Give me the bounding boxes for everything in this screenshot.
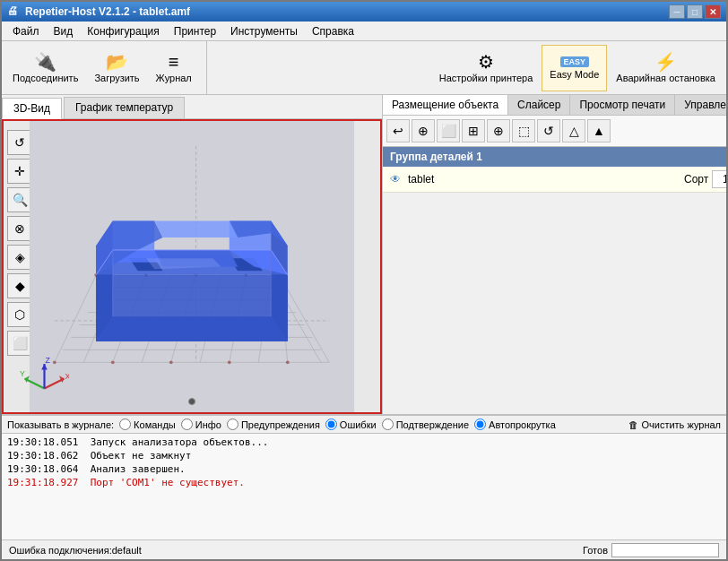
main-content: 3D-Вид График температур ↺ ✛ 🔍 ⊗ ◈ ◆ ⬡ ⬜ — [2, 95, 726, 414]
status-left: Ошибка подключения:default — [9, 545, 142, 556]
emergency-stop-button[interactable]: ⚡ Аварийная остановка — [609, 45, 723, 91]
svg-point-25 — [111, 360, 115, 364]
commands-radio[interactable] — [119, 419, 131, 430]
minimize-button[interactable]: ─ — [669, 4, 685, 19]
svg-text:X: X — [65, 372, 69, 381]
log-label: Журнал — [156, 73, 192, 83]
add-object-btn[interactable]: ⊕ — [412, 119, 435, 142]
status-right: Готов — [583, 543, 719, 557]
log-line-error: 19:31:18.927 Порт 'COM1' не существует. — [5, 476, 723, 489]
log-line: 19:30:18.062 Объект не замкнут — [5, 449, 723, 462]
svg-point-27 — [228, 360, 231, 364]
printer-settings-button[interactable]: ⚙ Настройки принтера — [432, 45, 541, 91]
log-icon: ≡ — [169, 53, 179, 71]
filter-autoscroll[interactable]: Автопрокрутка — [474, 419, 556, 430]
warnings-radio[interactable] — [227, 419, 238, 430]
tab-control[interactable]: Управление — [675, 95, 726, 115]
easy-mode-label: Easy Mode — [550, 69, 599, 80]
object-count-input[interactable] — [712, 170, 726, 188]
menu-config[interactable]: Конфигурация — [80, 23, 167, 39]
axes-indicator: X Y Z — [20, 354, 69, 403]
left-tabs: 3D-Вид График температур — [2, 95, 382, 119]
right-panel: Размещение объекта Слайсер Просмотр печа… — [383, 95, 726, 414]
emergency-icon: ⚡ — [654, 53, 677, 71]
menu-bar: Файл Вид Конфигурация Принтер Инструмент… — [2, 22, 726, 41]
filter-warnings[interactable]: Предупреждения — [227, 419, 320, 430]
clear-log-button[interactable]: 🗑 Очистить журнал — [628, 419, 721, 430]
filter-info[interactable]: Инфо — [181, 419, 221, 430]
log-content: 19:30:18.051 Запуск анализатора объектов… — [2, 434, 726, 539]
tab-3d-view[interactable]: 3D-Вид — [2, 98, 62, 119]
tab-print-preview[interactable]: Просмотр печати — [570, 95, 675, 115]
info-radio[interactable] — [181, 419, 193, 430]
window-controls: ─ □ ✕ — [669, 4, 721, 19]
3d-viewport[interactable]: ↺ ✛ 🔍 ⊗ ◈ ◆ ⬡ ⬜ — [2, 119, 382, 414]
scale-btn[interactable]: ▲ — [587, 119, 611, 142]
printer-settings-label: Настройки принтера — [439, 73, 533, 83]
filter-confirm[interactable]: Подтверждение — [382, 419, 469, 430]
connect-icon: 🔌 — [34, 53, 56, 71]
object-controls: Сорт 1 ⚙ 🗑 — [684, 170, 726, 188]
menu-file[interactable]: Файл — [5, 23, 47, 39]
load-icon: 📂 — [106, 53, 128, 71]
svg-point-26 — [169, 360, 173, 364]
connect-label: Подсоединить — [13, 73, 78, 83]
group-btn[interactable]: ⬜ — [437, 119, 460, 142]
filter-commands[interactable]: Команды — [119, 419, 176, 430]
close-button[interactable]: ✕ — [705, 4, 721, 19]
svg-text:Y: Y — [20, 369, 25, 378]
right-tabs: Размещение объекта Слайсер Просмотр печа… — [383, 95, 726, 116]
window-title: Repetier-Host V2.1.2 - tablet.amf — [25, 5, 669, 18]
log-time: 19:30:18.051 — [7, 436, 78, 448]
cut-btn[interactable]: ⬚ — [512, 119, 535, 142]
tab-temperature[interactable]: График температур — [64, 97, 185, 118]
toolbar-right: ⚙ Настройки принтера EASY Easy Mode ⚡ Ав… — [432, 45, 723, 91]
settings-icon: ⚙ — [478, 53, 494, 71]
menu-printer[interactable]: Принтер — [167, 23, 223, 39]
center-indicator — [188, 398, 195, 405]
log-button[interactable]: ≡ Журнал — [149, 45, 199, 91]
easy-mode-button[interactable]: EASY Easy Mode — [542, 45, 607, 91]
easy-badge: EASY — [560, 56, 590, 67]
filter-label: Показывать в журнале: — [7, 419, 114, 430]
progress-bar — [611, 543, 719, 557]
emergency-label: Аварийная остановка — [616, 73, 715, 83]
load-button[interactable]: 📂 Загрузить — [87, 45, 146, 91]
tab-slicer[interactable]: Слайсер — [508, 95, 570, 115]
log-time: 19:31:18.927 — [7, 477, 78, 488]
log-filter-bar: Показывать в журнале: Команды Инфо Преду… — [2, 416, 726, 434]
rotate-btn[interactable]: ↺ — [537, 119, 560, 142]
status-right-text: Готов — [583, 545, 608, 556]
log-line: 19:30:18.051 Запуск анализатора объектов… — [5, 436, 723, 449]
maximize-button[interactable]: □ — [687, 4, 703, 19]
tab-object-placement[interactable]: Размещение объекта — [383, 95, 508, 115]
svg-point-28 — [286, 360, 290, 364]
grid-btn[interactable]: ⊞ — [462, 119, 485, 142]
undo-btn[interactable]: ↩ — [386, 119, 410, 142]
object-name: tablet — [408, 173, 677, 186]
menu-view[interactable]: Вид — [47, 23, 81, 39]
autoscroll-radio[interactable] — [474, 419, 486, 430]
center-btn[interactable]: ⊕ — [487, 119, 510, 142]
right-toolbar: ↩ ⊕ ⬜ ⊞ ⊕ ⬚ ↺ △ ▲ — [383, 116, 726, 147]
log-time: 19:30:18.064 — [7, 463, 78, 475]
load-label: Загрузить — [94, 73, 139, 83]
confirm-radio[interactable] — [382, 419, 394, 430]
errors-radio[interactable] — [325, 419, 337, 430]
app-icon: 🖨 — [7, 4, 22, 19]
svg-marker-35 — [96, 275, 288, 341]
toolbar-group-main: 🔌 Подсоединить 📂 Загрузить ≡ Журнал — [5, 41, 207, 94]
main-window: 🖨 Repetier-Host V2.1.2 - tablet.amf ─ □ … — [0, 0, 728, 561]
toolbar: 🔌 Подсоединить 📂 Загрузить ≡ Журнал ⚙ На… — [2, 41, 726, 95]
menu-tools[interactable]: Инструменты — [223, 23, 305, 39]
visibility-toggle[interactable]: 👁 — [390, 173, 401, 186]
title-bar: 🖨 Repetier-Host V2.1.2 - tablet.amf ─ □ … — [2, 2, 726, 22]
connect-button[interactable]: 🔌 Подсоединить — [5, 45, 85, 91]
svg-marker-57 — [41, 364, 48, 370]
menu-help[interactable]: Справка — [305, 23, 361, 39]
filter-errors[interactable]: Ошибки — [325, 419, 377, 430]
status-bar: Ошибка подключения:default Готов — [2, 539, 726, 559]
mirror-btn[interactable]: △ — [562, 119, 585, 142]
log-text: Объект не замкнут — [91, 450, 192, 462]
object-row: 👁 tablet Сорт 1 ⚙ 🗑 — [383, 167, 726, 193]
